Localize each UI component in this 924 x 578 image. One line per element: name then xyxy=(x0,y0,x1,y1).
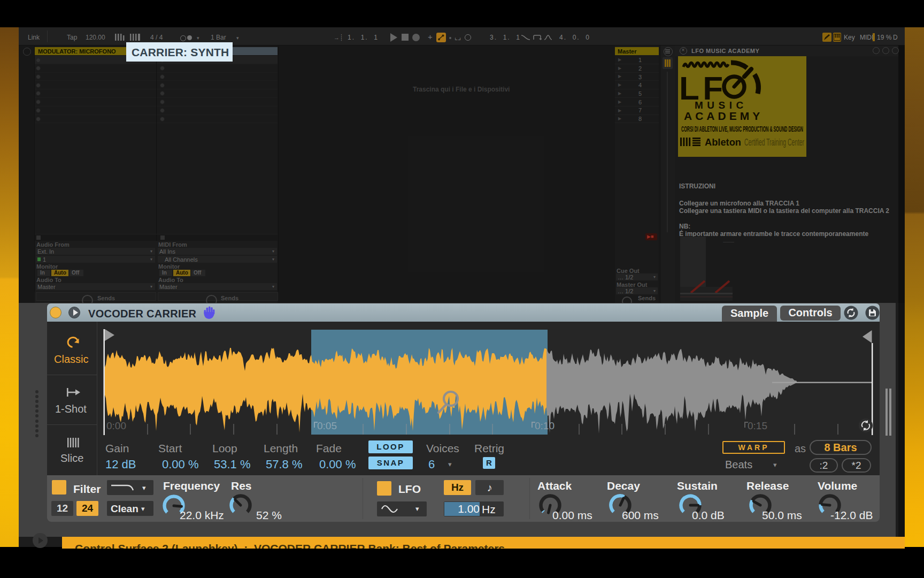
svg-text:0:00: 0:00 xyxy=(106,420,126,431)
svg-text:0:05: 0:05 xyxy=(317,420,337,431)
svg-text:0:10: 0:10 xyxy=(535,420,555,431)
svg-text:0:15: 0:15 xyxy=(748,420,767,431)
